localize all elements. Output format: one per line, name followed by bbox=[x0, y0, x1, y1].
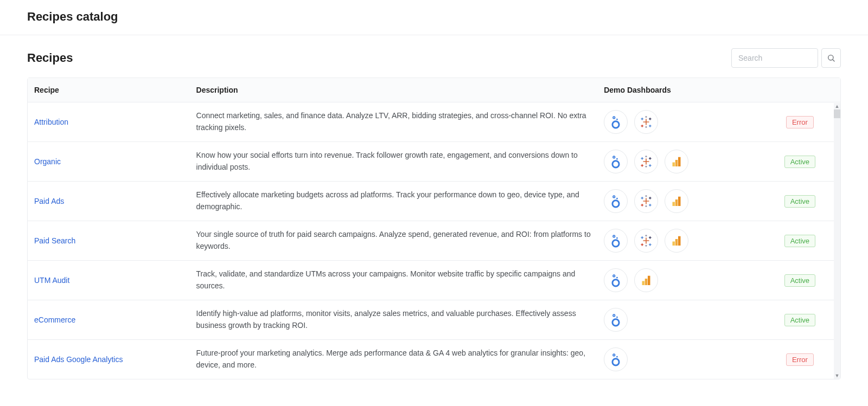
svg-point-88 bbox=[613, 354, 615, 356]
tableau-icon[interactable] bbox=[634, 110, 658, 134]
svg-point-59 bbox=[613, 235, 615, 237]
status-badge: Active bbox=[784, 274, 815, 287]
recipe-link[interactable]: Paid Search bbox=[34, 236, 75, 245]
scroll-down-arrow[interactable]: ▼ bbox=[834, 372, 840, 379]
svg-point-4 bbox=[612, 121, 619, 128]
status-badge: Active bbox=[784, 314, 815, 326]
looker-icon[interactable] bbox=[604, 229, 628, 253]
looker-icon[interactable] bbox=[604, 150, 628, 173]
recipe-description: Identify high-value ad platforms, monito… bbox=[196, 309, 576, 330]
svg-rect-58 bbox=[678, 197, 681, 206]
dashboard-icons bbox=[604, 229, 753, 253]
powerbi-icon[interactable] bbox=[665, 189, 688, 213]
recipe-description: Connect marketing, sales, and finance da… bbox=[196, 111, 586, 132]
dashboard-icons bbox=[604, 150, 753, 173]
svg-point-20 bbox=[616, 158, 618, 160]
svg-point-21 bbox=[612, 161, 619, 167]
recipe-link[interactable]: Paid Ads Google Analytics bbox=[34, 355, 123, 364]
page-header: Recipes catalog bbox=[0, 0, 868, 35]
table-row: UTM AuditTrack, validate, and standardiz… bbox=[28, 261, 840, 300]
page-title: Recipes catalog bbox=[27, 10, 841, 24]
svg-point-80 bbox=[616, 277, 618, 279]
search-input[interactable] bbox=[731, 48, 818, 68]
recipes-table: Recipe Description Demo Dashboards Attri… bbox=[28, 78, 840, 379]
svg-point-2 bbox=[613, 117, 615, 119]
recipe-description: Effectively allocate marketing budgets a… bbox=[196, 190, 579, 211]
col-header-status bbox=[760, 78, 840, 102]
col-header-dashboards: Demo Dashboards bbox=[597, 78, 760, 102]
recipe-description: Future-proof your marketing analytics. M… bbox=[196, 349, 585, 369]
status-badge: Active bbox=[784, 235, 815, 247]
svg-point-90 bbox=[612, 359, 619, 365]
svg-point-89 bbox=[616, 356, 618, 358]
svg-rect-37 bbox=[675, 160, 678, 166]
search-icon bbox=[827, 54, 835, 62]
dashboard-icons bbox=[604, 347, 753, 371]
status-badge: Error bbox=[786, 116, 814, 128]
svg-point-60 bbox=[616, 237, 618, 239]
table-row: eCommerceIdentify high-value ad platform… bbox=[28, 300, 840, 340]
tableau-icon[interactable] bbox=[634, 189, 658, 213]
scrollbar-track[interactable]: ▲ ▼ bbox=[834, 103, 840, 379]
svg-point-3 bbox=[616, 119, 618, 120]
tableau-icon[interactable] bbox=[634, 150, 658, 173]
svg-point-41 bbox=[612, 201, 619, 207]
dashboard-icons bbox=[604, 110, 753, 134]
search-button[interactable] bbox=[821, 48, 841, 68]
table-row: OrganicKnow how your social efforts turn… bbox=[28, 142, 840, 182]
looker-icon[interactable] bbox=[604, 189, 628, 213]
svg-rect-57 bbox=[675, 199, 678, 206]
recipe-description: Your single source of truth for paid sea… bbox=[196, 230, 591, 250]
svg-rect-36 bbox=[673, 163, 675, 167]
svg-rect-76 bbox=[673, 242, 675, 246]
svg-rect-56 bbox=[673, 202, 675, 207]
status-badge: Active bbox=[784, 156, 815, 168]
table-row: Paid AdsEffectively allocate marketing b… bbox=[28, 182, 840, 221]
col-header-description: Description bbox=[190, 78, 598, 102]
search-wrap bbox=[731, 48, 841, 68]
recipe-link[interactable]: Paid Ads bbox=[34, 197, 64, 205]
svg-line-1 bbox=[833, 60, 834, 61]
subheader: Recipes bbox=[27, 48, 841, 68]
tableau-icon[interactable] bbox=[634, 229, 658, 253]
powerbi-icon[interactable] bbox=[665, 150, 688, 173]
recipe-description: Track, validate, and standardize UTMs ac… bbox=[196, 269, 576, 290]
svg-point-39 bbox=[613, 196, 615, 198]
scroll-up-arrow[interactable]: ▲ bbox=[834, 103, 840, 109]
svg-point-87 bbox=[612, 319, 619, 326]
looker-icon[interactable] bbox=[604, 268, 628, 292]
svg-point-19 bbox=[613, 156, 615, 158]
recipe-link[interactable]: Organic bbox=[34, 157, 61, 166]
powerbi-icon[interactable] bbox=[634, 268, 658, 292]
svg-point-86 bbox=[616, 317, 618, 318]
svg-rect-83 bbox=[645, 279, 648, 285]
dashboard-icons bbox=[604, 189, 753, 213]
looker-icon[interactable] bbox=[604, 308, 628, 332]
svg-rect-78 bbox=[678, 236, 681, 246]
recipe-link[interactable]: Attribution bbox=[34, 118, 68, 126]
svg-point-40 bbox=[616, 198, 618, 199]
table-row: Paid Ads Google AnalyticsFuture-proof yo… bbox=[28, 340, 840, 379]
scrollbar-thumb[interactable] bbox=[834, 109, 840, 118]
svg-point-79 bbox=[613, 275, 615, 277]
dashboard-icons bbox=[604, 308, 753, 332]
recipe-link[interactable]: UTM Audit bbox=[34, 276, 69, 285]
powerbi-icon[interactable] bbox=[665, 229, 688, 253]
svg-rect-38 bbox=[678, 157, 681, 166]
svg-point-81 bbox=[612, 280, 619, 286]
recipe-description: Know how your social efforts turn into r… bbox=[196, 151, 578, 171]
content-area: Recipes Recipe Description bbox=[0, 35, 868, 379]
svg-point-61 bbox=[612, 240, 619, 247]
col-header-recipe: Recipe bbox=[28, 78, 190, 102]
svg-rect-77 bbox=[675, 239, 678, 246]
table-row: Paid SearchYour single source of truth f… bbox=[28, 221, 840, 261]
recipes-table-wrap: Recipe Description Demo Dashboards Attri… bbox=[27, 78, 841, 379]
recipe-link[interactable]: eCommerce bbox=[34, 315, 75, 324]
looker-icon[interactable] bbox=[604, 347, 628, 371]
svg-rect-82 bbox=[642, 281, 645, 286]
dashboard-icons bbox=[604, 268, 753, 292]
svg-point-85 bbox=[613, 314, 615, 317]
looker-icon[interactable] bbox=[604, 110, 628, 134]
status-badge: Error bbox=[786, 353, 814, 366]
svg-rect-84 bbox=[648, 276, 650, 285]
